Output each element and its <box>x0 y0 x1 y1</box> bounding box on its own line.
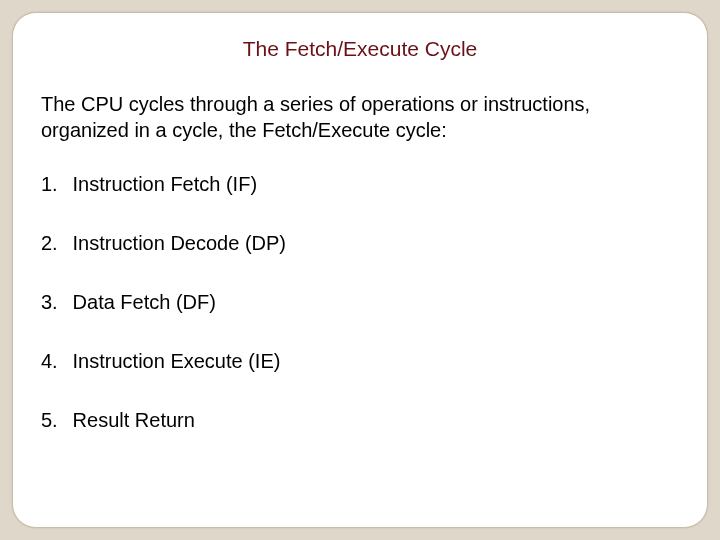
list-item: 3. Data Fetch (DF) <box>41 291 679 314</box>
item-text: Instruction Decode (DP) <box>73 232 286 254</box>
list-item: 4. Instruction Execute (IE) <box>41 350 679 373</box>
item-text: Result Return <box>73 409 195 431</box>
steps-list: 1. Instruction Fetch (IF) 2. Instruction… <box>41 173 679 468</box>
item-number: 2. <box>41 232 67 255</box>
item-text: Data Fetch (DF) <box>73 291 216 313</box>
item-text: Instruction Execute (IE) <box>73 350 281 372</box>
list-item: 1. Instruction Fetch (IF) <box>41 173 679 196</box>
item-number: 4. <box>41 350 67 373</box>
list-item: 5. Result Return <box>41 409 679 432</box>
intro-paragraph: The CPU cycles through a series of opera… <box>41 91 683 143</box>
item-number: 3. <box>41 291 67 314</box>
list-item: 2. Instruction Decode (DP) <box>41 232 679 255</box>
slide-card: The Fetch/Execute Cycle The CPU cycles t… <box>12 12 708 528</box>
slide-title: The Fetch/Execute Cycle <box>13 37 707 61</box>
item-number: 1. <box>41 173 67 196</box>
item-text: Instruction Fetch (IF) <box>73 173 258 195</box>
item-number: 5. <box>41 409 67 432</box>
